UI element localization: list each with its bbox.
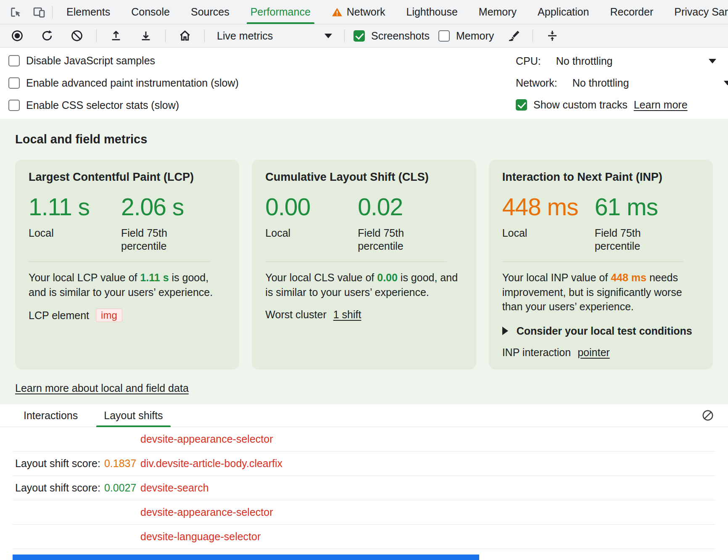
score-label: Layout shift score:: [15, 482, 100, 494]
tab-application[interactable]: Application: [527, 0, 599, 24]
divider: [204, 29, 205, 42]
css-selector-stats-checkbox[interactable]: [8, 100, 20, 111]
divider: [29, 262, 210, 262]
tab-label: Recorder: [610, 6, 653, 18]
record-button[interactable]: [7, 27, 28, 45]
inspect-element-button[interactable]: [5, 3, 26, 21]
tab-layout-shifts[interactable]: Layout shifts: [96, 404, 170, 427]
worst-cluster-label: Worst cluster: [265, 309, 326, 321]
live-metrics-view: Local and field metrics Largest Contentf…: [0, 119, 728, 404]
cls-card: Cumulative Layout Shift (CLS) 0.00 Local…: [252, 160, 476, 370]
memory-checkbox[interactable]: [438, 30, 450, 42]
cls-card-title: Cumulative Layout Shift (CLS): [265, 171, 462, 184]
local-test-conditions-expander[interactable]: Consider your local test conditions: [502, 325, 699, 337]
tab-label: Memory: [479, 6, 517, 18]
worst-cluster-link[interactable]: 1 shift: [333, 309, 361, 321]
custom-tracks-learn-more-link[interactable]: Learn more: [634, 99, 688, 111]
cls-local-value: 0.00: [265, 193, 358, 221]
collapse-sections-button[interactable]: [542, 27, 563, 45]
tab-interactions[interactable]: Interactions: [16, 404, 85, 427]
back-to-live-metrics-button[interactable]: [174, 27, 195, 45]
screenshots-checkbox[interactable]: [353, 30, 365, 42]
layout-shift-row[interactable]: devsite-appearance-selector: [13, 500, 715, 525]
inp-interaction-link[interactable]: pointer: [578, 346, 609, 359]
chevron-down-icon: [324, 34, 332, 38]
divider: [165, 29, 166, 42]
tab-sources[interactable]: Sources: [180, 0, 240, 24]
shifted-element-link[interactable]: devsite-appearance-selector: [140, 506, 273, 518]
chevron-down-icon[interactable]: [709, 59, 716, 63]
memory-toggle[interactable]: Memory: [438, 30, 494, 42]
setting-label: Enable advanced paint instrumentation (s…: [26, 77, 239, 89]
memory-label: Memory: [456, 30, 494, 42]
shifted-element-link[interactable]: devsite-appearance-selector: [140, 433, 273, 445]
panel-mode-dropdown[interactable]: Live metrics: [214, 28, 335, 44]
layout-shift-list: devsite-appearance-selector Layout shift…: [13, 427, 715, 560]
tab-lighthouse[interactable]: Lighthouse: [396, 0, 468, 24]
setting-label: Enable CSS selector stats (slow): [26, 99, 179, 111]
tab-label: Sources: [191, 6, 229, 18]
tab-memory[interactable]: Memory: [468, 0, 527, 24]
disable-js-samples-toggle[interactable]: Disable JavaScript samples: [8, 54, 512, 68]
network-throttle-select[interactable]: No throttling: [572, 77, 629, 89]
devtools-tabbar: Elements Console Sources Performance Net…: [0, 0, 728, 24]
tab-label: Interactions: [24, 409, 78, 422]
screenshots-toggle[interactable]: Screenshots: [353, 30, 430, 42]
reload-and-record-button[interactable]: [37, 27, 58, 45]
desc-text: Your local CLS value of: [265, 272, 377, 283]
reload-icon: [41, 29, 53, 42]
brush-icon: [507, 29, 520, 42]
network-throttle-row: Network: No throttling: [512, 76, 725, 90]
custom-tracks-toggle[interactable]: Show custom tracks Learn more: [512, 98, 725, 112]
cls-field-value: 0.02: [358, 193, 427, 221]
desc-value: 448 ms: [611, 272, 646, 283]
score-label: Layout shift score:: [15, 457, 100, 470]
device-toolbar-button[interactable]: [29, 3, 50, 21]
divider: [52, 6, 53, 18]
divider: [344, 29, 345, 42]
tab-elements[interactable]: Elements: [56, 0, 121, 24]
tab-label: Performance: [251, 6, 311, 18]
chevron-down-icon[interactable]: [724, 81, 728, 85]
logs-tabbar: Interactions Layout shifts: [0, 404, 728, 427]
custom-tracks-checkbox[interactable]: [516, 99, 527, 111]
horizontal-scrollbar-thumb[interactable]: [13, 555, 479, 560]
layout-shift-row[interactable]: devsite-language-selector: [13, 525, 715, 549]
lcp-element-chip[interactable]: img: [96, 309, 122, 322]
layout-shift-row[interactable]: Layout shift score: 0.0027 devsite-searc…: [13, 476, 715, 500]
shifted-element-link[interactable]: devsite-language-selector: [140, 531, 261, 543]
inp-interaction-label: INP interaction: [502, 346, 571, 359]
layout-shift-row[interactable]: Layout shift score: 0.1837 div.devsite-a…: [13, 452, 715, 476]
save-profile-button[interactable]: [135, 27, 156, 45]
inp-field-value: 61 ms: [595, 193, 664, 221]
tab-label: Layout shifts: [104, 409, 163, 422]
tab-privacy-sandbox[interactable]: Privacy Sand: [664, 0, 728, 24]
tab-network[interactable]: Network: [321, 0, 396, 24]
clear-recording-button[interactable]: [66, 27, 87, 45]
desc-text: Your local INP value of: [502, 272, 611, 283]
capture-settings-panel: Disable JavaScript samples Enable advanc…: [0, 48, 728, 119]
clear-log-button[interactable]: [699, 406, 717, 425]
layout-shift-row[interactable]: devsite-appearance-selector: [13, 427, 715, 452]
css-selector-stats-toggle[interactable]: Enable CSS selector stats (slow): [8, 98, 512, 112]
tab-recorder[interactable]: Recorder: [599, 0, 664, 24]
load-profile-button[interactable]: [106, 27, 127, 45]
tab-performance[interactable]: Performance: [240, 0, 321, 24]
local-label: Local: [265, 227, 335, 240]
shifted-element-link[interactable]: div.devsite-article-body.clearfix: [140, 457, 282, 470]
clear-cache-button[interactable]: [503, 27, 524, 45]
local-label: Local: [29, 227, 98, 240]
screenshots-label: Screenshots: [371, 30, 430, 42]
field-label: Field 75th percentile: [358, 227, 427, 252]
divider: [96, 29, 97, 42]
shifted-element-link[interactable]: devsite-search: [140, 482, 209, 494]
disable-js-samples-checkbox[interactable]: [8, 55, 20, 66]
advanced-paint-toggle[interactable]: Enable advanced paint instrumentation (s…: [8, 76, 512, 90]
advanced-paint-checkbox[interactable]: [8, 77, 20, 89]
tab-console[interactable]: Console: [121, 0, 180, 24]
cpu-throttle-select[interactable]: No throttling: [556, 55, 613, 67]
lcp-description: Your local LCP value of 1.11 s is good, …: [29, 270, 226, 299]
upload-icon: [110, 29, 122, 42]
setting-label: Disable JavaScript samples: [26, 55, 155, 67]
field-data-learn-more-link[interactable]: Learn more about local and field data: [15, 382, 189, 394]
